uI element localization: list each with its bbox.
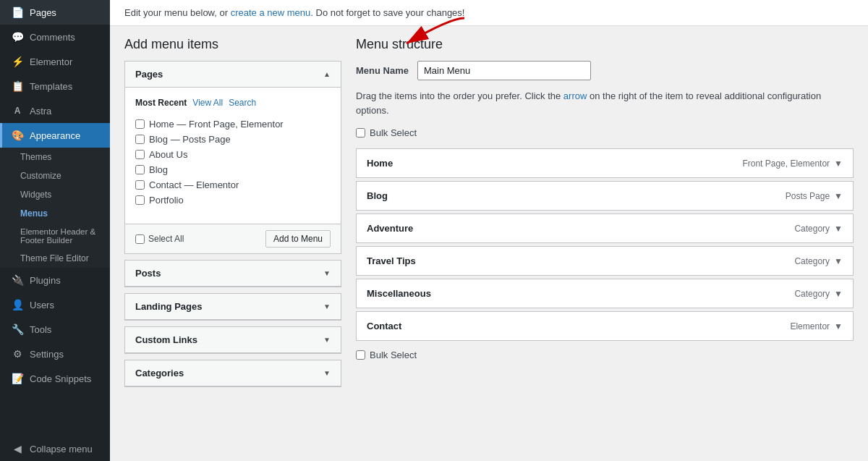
page-checkbox-blog-posts[interactable]: [135, 135, 145, 144]
templates-icon: 📋: [11, 80, 24, 93]
code-snippets-icon: 📝: [11, 372, 24, 385]
page-item-about-us[interactable]: About Us: [135, 147, 331, 162]
add-menu-items-title: Add menu items: [124, 37, 341, 52]
pages-icon: 📄: [11, 6, 24, 19]
pages-accordion: Pages ▲ Most Recent View All Search Home…: [124, 61, 341, 254]
sidebar-item-settings[interactable]: ⚙ Settings: [0, 342, 110, 366]
sidebar-item-comments[interactable]: 💬 Comments: [0, 25, 110, 49]
menu-item-travel-tips[interactable]: Travel Tips Category ▼: [356, 246, 854, 276]
comments-icon: 💬: [11, 30, 24, 43]
users-icon: 👤: [11, 298, 24, 311]
sidebar-item-astra[interactable]: A Astra: [0, 98, 110, 123]
menu-item-blog[interactable]: Blog Posts Page ▼: [356, 181, 854, 211]
pages-chevron-up: ▲: [323, 70, 331, 78]
sidebar-item-collapse[interactable]: ◀ Collapse menu: [0, 436, 110, 461]
custom-links-accordion-header[interactable]: Custom Links ▼: [125, 327, 341, 353]
bulk-select-top-checkbox[interactable]: [356, 128, 365, 138]
menu-items-list: Home Front Page, Elementor ▼ Blog Posts …: [356, 148, 854, 341]
page-item-blog[interactable]: Blog: [135, 162, 331, 177]
page-item-blog-posts[interactable]: Blog — Posts Page: [135, 132, 331, 147]
content-area: Add menu items Pages ▲ Most Recent View …: [110, 26, 868, 461]
drag-hint: Drag the items into the order you prefer…: [356, 89, 854, 117]
page-checkbox-home[interactable]: [135, 119, 145, 129]
sidebar-item-customize[interactable]: Customize: [9, 166, 110, 185]
sidebar-item-plugins[interactable]: 🔌 Plugins: [0, 268, 110, 292]
bulk-select-top: Bulk Select: [356, 127, 854, 138]
menu-item-miscellaneous[interactable]: Miscellaneous Category ▼: [356, 279, 854, 308]
menu-item-travel-tips-arrow[interactable]: ▼: [834, 256, 843, 266]
menu-item-adventure-arrow[interactable]: ▼: [834, 224, 843, 234]
plugins-icon: 🔌: [11, 274, 24, 287]
right-panel: Menu structure Menu Name Drag the items …: [356, 37, 854, 450]
page-item-home[interactable]: Home — Front Page, Elementor: [135, 117, 331, 132]
bulk-select-bottom: Bulk Select: [356, 350, 854, 360]
pages-accordion-body: Most Recent View All Search Home — Front…: [125, 88, 341, 224]
custom-links-chevron: ▼: [323, 336, 331, 344]
sidebar-item-tools[interactable]: 🔧 Tools: [0, 317, 110, 342]
menu-structure-title: Menu structure: [356, 37, 854, 52]
menu-item-contact-arrow[interactable]: ▼: [834, 321, 843, 331]
sidebar-item-widgets[interactable]: Widgets: [9, 185, 110, 204]
page-checkbox-portfolio[interactable]: [135, 195, 145, 205]
astra-icon: A: [11, 104, 24, 117]
sidebar-item-users[interactable]: 👤 Users: [0, 292, 110, 317]
landing-pages-chevron: ▼: [323, 303, 331, 310]
page-checkbox-about-us[interactable]: [135, 150, 145, 159]
posts-accordion-header[interactable]: Posts ▼: [125, 261, 341, 287]
sidebar: 📄 Pages 💬 Comments ⚡ Elementor 📋 Templat…: [0, 0, 110, 461]
menu-item-blog-arrow[interactable]: ▼: [834, 191, 843, 201]
sidebar-item-appearance[interactable]: 🎨 Appearance: [0, 123, 110, 148]
tab-most-recent[interactable]: Most Recent: [135, 96, 187, 109]
menu-item-miscellaneous-arrow[interactable]: ▼: [834, 289, 843, 299]
tab-search[interactable]: Search: [229, 96, 256, 109]
main-content: Edit your menu below, or create a new me…: [110, 0, 868, 461]
bulk-select-bottom-checkbox[interactable]: [356, 350, 365, 360]
categories-chevron: ▼: [323, 369, 331, 377]
categories-accordion: Categories ▼: [124, 360, 341, 387]
tab-view-all[interactable]: View All: [192, 96, 223, 109]
pages-accordion-footer: Select All Add to Menu: [125, 224, 341, 253]
select-all-label[interactable]: Select All: [135, 234, 184, 244]
posts-chevron: ▼: [323, 269, 331, 277]
menu-name-input[interactable]: [417, 61, 591, 80]
landing-pages-accordion: Landing Pages ▼: [124, 293, 341, 321]
sidebar-item-pages[interactable]: 📄 Pages: [0, 0, 110, 25]
select-all-checkbox[interactable]: [135, 234, 145, 244]
custom-links-accordion: Custom Links ▼: [124, 326, 341, 354]
sidebar-item-menus[interactable]: Menus: [9, 204, 110, 223]
page-item-portfolio[interactable]: Portfolio: [135, 193, 331, 208]
sidebar-item-elementor[interactable]: ⚡ Elementor: [0, 49, 110, 74]
sidebar-item-code-snippets[interactable]: 📝 Code Snippets: [0, 366, 110, 391]
page-checkbox-contact[interactable]: [135, 180, 145, 190]
collapse-icon: ◀: [11, 442, 24, 455]
sidebar-item-elementor-hf[interactable]: Elementor Header & Footer Builder: [9, 223, 110, 249]
menu-item-home[interactable]: Home Front Page, Elementor ▼: [356, 148, 854, 178]
menu-item-adventure[interactable]: Adventure Category ▼: [356, 213, 854, 243]
create-new-menu-link[interactable]: create a new menu: [231, 7, 311, 18]
menu-item-home-arrow[interactable]: ▼: [834, 158, 843, 169]
menu-name-row: Menu Name: [356, 61, 854, 80]
sidebar-item-theme-file-editor[interactable]: Theme File Editor: [9, 249, 110, 268]
menu-name-label: Menu Name: [356, 65, 409, 76]
elementor-icon: ⚡: [11, 55, 24, 68]
page-item-contact[interactable]: Contact — Elementor: [135, 177, 331, 193]
sidebar-item-templates[interactable]: 📋 Templates: [0, 74, 110, 98]
add-to-menu-button[interactable]: Add to Menu: [265, 230, 331, 248]
tools-icon: 🔧: [11, 323, 24, 336]
posts-accordion: Posts ▼: [124, 260, 341, 287]
notice-bar: Edit your menu below, or create a new me…: [110, 0, 868, 26]
page-checkbox-blog[interactable]: [135, 165, 145, 174]
sidebar-item-themes[interactable]: Themes: [9, 148, 110, 166]
appearance-icon: 🎨: [11, 129, 24, 142]
left-panel: Add menu items Pages ▲ Most Recent View …: [124, 37, 341, 450]
menu-item-contact[interactable]: Contact Elementor ▼: [356, 311, 854, 341]
appearance-submenu: Themes Customize Widgets Menus Elementor…: [0, 148, 110, 268]
pages-list: Home — Front Page, Elementor Blog — Post…: [135, 117, 331, 208]
landing-pages-accordion-header[interactable]: Landing Pages ▼: [125, 294, 341, 320]
categories-accordion-header[interactable]: Categories ▼: [125, 360, 341, 386]
pages-accordion-header[interactable]: Pages ▲: [125, 62, 341, 88]
pages-tabs: Most Recent View All Search: [135, 96, 331, 109]
settings-icon: ⚙: [11, 347, 24, 360]
